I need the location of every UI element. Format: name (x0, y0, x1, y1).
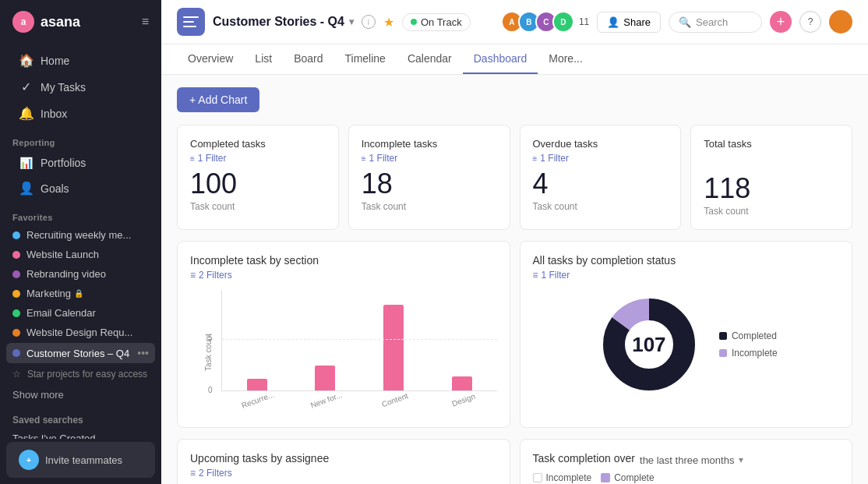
dot-icon (12, 270, 20, 278)
share-button[interactable]: 👤 Share (597, 12, 661, 33)
avatar: D (552, 11, 574, 33)
member-count: 11 (579, 16, 589, 27)
dashboard-content: + Add Chart Completed tasks ≡ 1 Filter 1… (161, 75, 868, 484)
y-tick-0: 0 (208, 386, 213, 394)
sidebar-toggle[interactable]: ≡ (142, 15, 149, 29)
sidebar-item-email[interactable]: Email Calendar (0, 303, 161, 323)
show-more-button[interactable]: Show more (0, 384, 161, 405)
sidebar-item-label: Customer Stories – Q4 (26, 348, 131, 359)
completion-period: the last three months (640, 454, 734, 466)
sidebar-item-label: Home (41, 55, 69, 67)
search-box[interactable]: 🔍 Search (669, 12, 762, 33)
star-icon[interactable]: ★ (383, 15, 394, 30)
sidebar-item-label-wrapper: Marketing 🔒 (26, 288, 149, 299)
logo-area: a asana (12, 11, 80, 33)
sidebar-item-portfolios[interactable]: 📊 Portfolios (6, 151, 155, 175)
bar-chart-filter[interactable]: ≡ 2 Filters (190, 270, 497, 281)
sidebar-item-label: Email Calendar (26, 307, 96, 319)
bar-chart-card: Incomplete task by section ≡ 2 Filters T… (177, 241, 510, 428)
bell-icon: 🔔 (19, 106, 33, 121)
sidebar-item-label: Portfolios (41, 157, 86, 169)
tab-dashboard[interactable]: Dashboard (463, 44, 538, 74)
user-avatar[interactable] (829, 10, 852, 34)
chevron-down-icon[interactable]: ▾ (349, 16, 354, 27)
portfolios-icon: 📊 (19, 157, 33, 169)
sidebar-item-recruiting[interactable]: Recruiting weekly me... (0, 225, 161, 245)
filter-icon: ≡ (533, 270, 538, 281)
filter-link-incomplete[interactable]: ≡ 1 Filter (362, 153, 497, 164)
filter-link-completed[interactable]: ≡ 1 Filter (190, 153, 326, 164)
assignee-chart-card: Upcoming tasks by assignee ≡ 2 Filters (177, 439, 510, 484)
goals-icon: 👤 (19, 181, 33, 196)
sidebar-item-customer-stories[interactable]: Customer Stories – Q4 ••• (6, 343, 155, 363)
bar (315, 366, 335, 390)
help-button[interactable]: ? (799, 11, 821, 33)
tab-board[interactable]: Board (283, 44, 333, 74)
bar-chart-inner: 5 0 (221, 290, 497, 391)
project-menu-button[interactable] (177, 8, 205, 36)
sidebar-item-label: Website Launch (26, 249, 99, 260)
status-dot-icon (411, 19, 417, 25)
filter-link-overdue[interactable]: ≡ 1 Filter (533, 153, 669, 164)
sidebar-item-rebranding[interactable]: Rebranding video (0, 264, 161, 284)
filter-icon: ≡ (533, 154, 538, 163)
dot-icon (12, 329, 20, 337)
legend-item-incomplete: Incomplete (533, 472, 592, 483)
metric-card-overdue: Overdue tasks ≡ 1 Filter 4 Task count (520, 125, 682, 230)
donut-chart-filter[interactable]: ≡ 1 Filter (533, 270, 840, 281)
assignee-chart-filter[interactable]: ≡ 2 Filters (190, 468, 497, 479)
bar-group-content (366, 305, 421, 390)
sidebar-item-label: Rebranding video (26, 268, 106, 280)
legend-color-incomplete (719, 349, 727, 357)
filter-icon: ≡ (362, 154, 366, 163)
tab-timeline[interactable]: Timeline (334, 44, 397, 74)
metrics-row: Completed tasks ≡ 1 Filter 100 Task coun… (177, 125, 852, 230)
sidebar-item-label: Goals (41, 182, 69, 195)
invite-teammates-button[interactable]: + Invite teammates (6, 442, 155, 478)
sidebar-item-marketing[interactable]: Marketing 🔒 (0, 284, 161, 303)
completion-chart-card: Task completion over the last three mont… (520, 439, 853, 484)
sidebar-item-home[interactable]: 🏠 Home (6, 48, 155, 73)
legend-color-completed (719, 332, 727, 340)
svg-rect-1 (183, 21, 194, 23)
sidebar-item-label: Website Design Requ... (26, 327, 132, 338)
project-title: Customer Stories - Q4 ▾ (213, 15, 354, 29)
sidebar-item-tasks-created[interactable]: Tasks I've Created (0, 429, 161, 439)
filter-icon: ≡ (190, 270, 196, 281)
period-chevron-icon[interactable]: ▾ (739, 454, 743, 465)
donut-chart: 107 (595, 290, 704, 399)
legend-item-completed: Completed (719, 330, 778, 341)
donut-chart-area: 107 Completed Incomplete (533, 290, 840, 399)
sidebar-item-website-launch[interactable]: Website Launch (0, 245, 161, 264)
filter-icon: ≡ (190, 468, 196, 479)
nav-tabs: Overview List Board Timeline Calendar Da… (161, 44, 868, 75)
sidebar-item-website-design[interactable]: Website Design Requ... (0, 323, 161, 342)
info-icon[interactable]: i (362, 15, 376, 29)
filter-icon: ≡ (190, 154, 195, 163)
sidebar-item-my-tasks[interactable]: ✓ My Tasks (6, 74, 155, 100)
topbar-right: A B C D 11 👤 Share 🔍 Search + ? (501, 10, 852, 34)
legend-item-incomplete: Incomplete (719, 348, 778, 359)
tab-more[interactable]: More... (538, 44, 594, 74)
bar (452, 376, 472, 390)
legend-item-complete: Complete (601, 472, 654, 483)
donut-chart-card: All tasks by completion status ≡ 1 Filte… (520, 241, 853, 428)
check-icon: ✓ (19, 79, 33, 94)
add-button[interactable]: + (770, 11, 792, 33)
sidebar-item-inbox[interactable]: 🔔 Inbox (6, 101, 155, 126)
sidebar-item-label: My Tasks (41, 81, 86, 94)
more-options-icon[interactable]: ••• (137, 347, 149, 359)
member-avatars[interactable]: A B C D 11 (501, 11, 589, 33)
sidebar-item-goals[interactable]: 👤 Goals (6, 175, 155, 201)
dot-icon (12, 290, 20, 298)
completion-title-row: Task completion over the last three mont… (533, 452, 840, 468)
tab-overview[interactable]: Overview (177, 44, 244, 74)
bar (383, 305, 404, 390)
tab-list[interactable]: List (244, 44, 283, 74)
topbar: Customer Stories - Q4 ▾ i ★ On Track A B… (161, 0, 868, 44)
tab-calendar[interactable]: Calendar (397, 44, 463, 74)
invite-label: Invite teammates (45, 454, 122, 466)
add-chart-button[interactable]: + Add Chart (177, 87, 259, 112)
status-badge[interactable]: On Track (402, 13, 471, 31)
star-icon: ☆ (12, 369, 21, 380)
